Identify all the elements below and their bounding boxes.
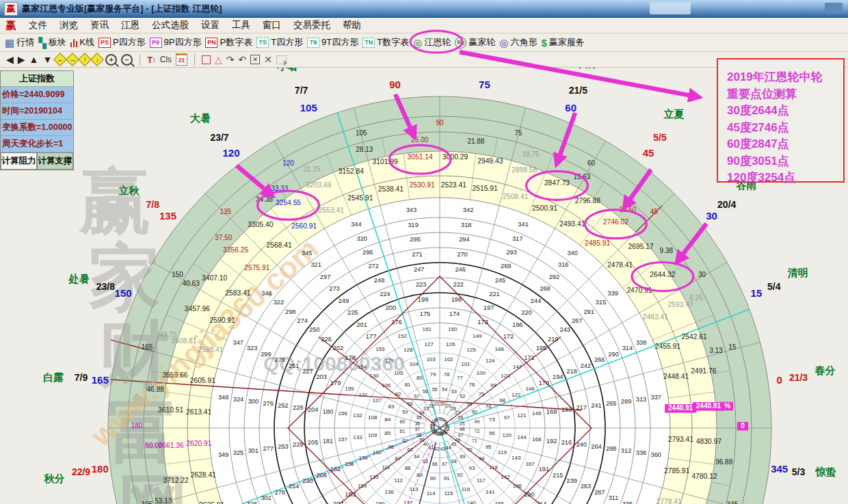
- svg-text:9.38: 9.38: [660, 247, 674, 254]
- svg-text:99: 99: [490, 382, 496, 388]
- svg-text:37: 37: [414, 427, 420, 432]
- menu-item-2[interactable]: 资讯: [84, 18, 115, 33]
- svg-text:58: 58: [408, 401, 413, 406]
- window-title: 赢家江恩专业版[赢家服务平台] - [上证指数 江恩轮]: [22, 3, 222, 15]
- svg-text:181: 181: [323, 438, 334, 445]
- zoom-out-icon[interactable]: −: [121, 54, 133, 66]
- svg-text:2485.91: 2485.91: [585, 239, 610, 247]
- svg-text:37.50: 37.50: [215, 234, 232, 241]
- svg-text:53: 53: [451, 389, 457, 394]
- svg-text:100: 100: [477, 370, 486, 376]
- toolbar-item-hexagon[interactable]: ◎六角形: [499, 36, 537, 49]
- svg-text:360: 360: [651, 451, 662, 458]
- date-label-45: 5/5: [653, 132, 667, 143]
- toolbar-item-t-square[interactable]: TST四方形: [256, 36, 303, 49]
- svg-text:51: 51: [467, 401, 473, 406]
- svg-text:179: 179: [330, 380, 341, 386]
- svg-text:301: 301: [248, 447, 259, 454]
- menu-item-1[interactable]: 浏览: [53, 18, 84, 33]
- svg-text:192: 192: [546, 438, 557, 445]
- svg-text:104: 104: [409, 361, 419, 367]
- svg-text:3407.10: 3407.10: [202, 274, 227, 282]
- svg-text:102: 102: [444, 356, 453, 362]
- cross-arrows-icon[interactable]: ✕: [264, 54, 272, 65]
- svg-text:195: 195: [142, 501, 153, 504]
- svg-text:2847.73: 2847.73: [544, 179, 570, 187]
- degree-label-150: 150: [115, 287, 132, 299]
- svg-text:131: 131: [359, 392, 369, 398]
- svg-text:228: 228: [293, 404, 304, 411]
- calendar-icon[interactable]: 21: [176, 53, 187, 66]
- menu-item-4[interactable]: 公式选股: [146, 18, 195, 33]
- svg-text:96: 96: [489, 430, 495, 436]
- svg-text:215: 215: [553, 472, 564, 479]
- svg-text:345: 345: [302, 250, 313, 256]
- svg-text:97: 97: [504, 414, 510, 421]
- date-label-180: 22/9: [72, 466, 90, 477]
- toolbar-item-9p-square[interactable]: P99P四方形: [150, 36, 202, 49]
- diamond-down-icon[interactable]: ↓: [90, 53, 104, 66]
- toolbar-item-9t-square[interactable]: T99T四方形: [307, 36, 358, 49]
- svg-text:320: 320: [357, 235, 368, 242]
- next-icon[interactable]: ▶: [18, 54, 25, 65]
- svg-text:173: 173: [477, 319, 488, 326]
- svg-text:137: 137: [403, 500, 413, 504]
- menu-item-6[interactable]: 工具: [226, 18, 256, 33]
- triangle-tool-icon[interactable]: △: [215, 54, 222, 65]
- svg-text:160: 160: [375, 501, 385, 504]
- toolbar-item-sectors[interactable]: ▚板块: [38, 36, 66, 49]
- toolbar-item-gann-wheel[interactable]: ◎江恩轮: [413, 36, 451, 49]
- lasso-icon[interactable]: [276, 55, 287, 64]
- svg-text:122: 122: [512, 392, 521, 398]
- svg-text:151: 151: [423, 326, 432, 332]
- menu-item-0[interactable]: 文件: [23, 18, 53, 33]
- menu-item-9[interactable]: 帮助: [336, 18, 367, 33]
- zoom-in-icon[interactable]: +: [105, 54, 117, 66]
- svg-text:296: 296: [362, 249, 373, 256]
- toolbar-label-sectors: 板块: [49, 36, 66, 49]
- box-x-icon[interactable]: ✕: [250, 55, 260, 64]
- calc-button-1[interactable]: 计算支撑: [37, 152, 73, 170]
- svg-text:315: 315: [596, 299, 607, 306]
- menu-item-3[interactable]: 江恩: [115, 18, 146, 33]
- sectors-icon: ▚: [38, 38, 47, 48]
- t-updown-icon[interactable]: T↕: [147, 55, 155, 65]
- pointer-up-icon[interactable]: ▲: [29, 54, 39, 65]
- menu-item-5[interactable]: 设置: [195, 18, 226, 33]
- svg-text:142: 142: [501, 474, 510, 480]
- calc-button-0[interactable]: 计算阻力: [1, 152, 37, 170]
- toolbar-item-p-square[interactable]: PSP四方形: [98, 36, 146, 49]
- toolbar-item-t-table[interactable]: TNT数字表: [362, 36, 409, 49]
- menu-item-8[interactable]: 交易委托: [287, 18, 336, 33]
- degree-label-60: 60: [565, 102, 577, 114]
- svg-text:80: 80: [416, 375, 423, 381]
- toolbar-item-quotes[interactable]: ▦行情: [5, 36, 34, 49]
- svg-text:144: 144: [517, 434, 527, 440]
- svg-text:267: 267: [572, 317, 583, 324]
- pointer-down-icon[interactable]: ▼: [42, 54, 52, 65]
- svg-text:24: 24: [445, 425, 450, 429]
- svg-text:135: 135: [220, 208, 231, 215]
- toolbar-label-p-square: P四方形: [113, 36, 146, 49]
- toolbar-item-winner-service[interactable]: $赢家服务: [541, 36, 584, 49]
- toolbar-item-kline[interactable]: K线: [70, 36, 94, 49]
- menu-bar: 赢 文件浏览资讯江恩公式选股设置工具窗口交易委托帮助: [0, 18, 848, 34]
- rotate-ccw-icon[interactable]: ↶: [239, 54, 247, 65]
- svg-text:341: 341: [518, 221, 529, 228]
- svg-text:323: 323: [247, 345, 258, 352]
- menu-item-7[interactable]: 窗口: [256, 18, 287, 33]
- svg-text:197: 197: [483, 304, 494, 311]
- toolbar-item-winner-wheel[interactable]: Big赢家轮: [455, 36, 495, 49]
- svg-text:68: 68: [451, 459, 457, 464]
- rect-tool-icon[interactable]: [202, 55, 211, 64]
- svg-text:113: 113: [410, 486, 419, 492]
- svg-text:121: 121: [517, 412, 527, 419]
- svg-text:342: 342: [463, 207, 474, 213]
- cls-icon[interactable]: Cls: [160, 55, 172, 64]
- svg-text:4780.12: 4780.12: [691, 473, 717, 480]
- prev-icon[interactable]: ◀: [6, 54, 14, 65]
- rotate-cw-icon[interactable]: ↷: [226, 54, 235, 65]
- toolbar-item-p-table[interactable]: PNP数字表: [205, 36, 252, 49]
- svg-text:263: 263: [581, 483, 592, 490]
- svg-text:253: 253: [278, 443, 289, 450]
